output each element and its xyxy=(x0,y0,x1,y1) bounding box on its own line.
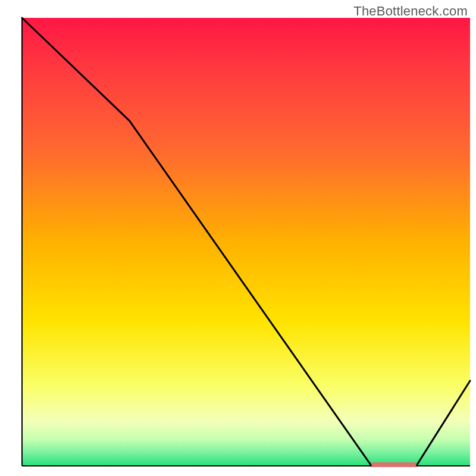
gradient-background xyxy=(22,18,470,466)
sweet-spot-marker xyxy=(371,462,416,467)
bottleneck-plot xyxy=(0,0,476,476)
chart-container: TheBottleneck.com xyxy=(0,0,476,476)
